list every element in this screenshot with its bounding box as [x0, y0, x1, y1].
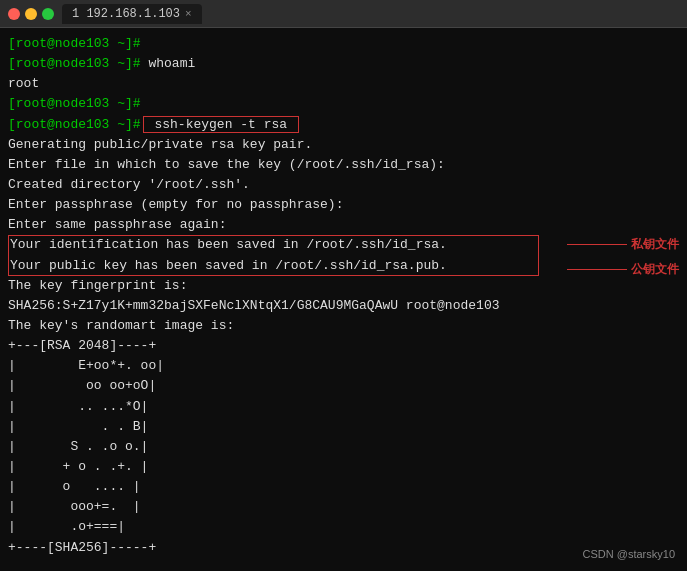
titlebar: 1 192.168.1.103 ×	[0, 0, 687, 28]
output-line: [root@node103 ~]#	[8, 94, 679, 114]
output-line: | ooo+=. |	[8, 497, 679, 517]
output-line: | + o . .+. |	[8, 457, 679, 477]
output-line: Generating public/private rsa key pair.	[8, 135, 679, 155]
maximize-button[interactable]	[42, 8, 54, 20]
tab-close-icon[interactable]: ×	[185, 8, 192, 20]
output-line: +----[SHA256]-----+	[8, 538, 679, 558]
public-key-annotation: 公钥文件	[631, 260, 679, 279]
output-line: [root@node103 ~]#	[8, 34, 679, 54]
output-line: The key's randomart image is:	[8, 316, 679, 336]
output-line: SHA256:S+Z17y1K+mm32bajSXFeNclXNtqX1/G8C…	[8, 296, 679, 316]
command-line-highlighted: [root@node103 ~]# ssh-keygen -t rsa	[8, 115, 679, 135]
final-prompt-line: [root@node103 ~]#	[8, 558, 679, 571]
output-line: root	[8, 74, 679, 94]
output-line: Created directory '/root/.ssh'.	[8, 175, 679, 195]
output-line: | S . .o o.|	[8, 437, 679, 457]
watermark: CSDN @starsky10	[583, 546, 675, 563]
minimize-button[interactable]	[25, 8, 37, 20]
close-button[interactable]	[8, 8, 20, 20]
output-line: | .o+===|	[8, 517, 679, 537]
output-line: +---[RSA 2048]----+	[8, 336, 679, 356]
annotations: 私钥文件 公钥文件	[567, 235, 679, 278]
tab-label: 1 192.168.1.103	[72, 7, 180, 21]
traffic-lights	[8, 8, 54, 20]
terminal-body[interactable]: [root@node103 ~]# [root@node103 ~]# whoa…	[0, 28, 687, 571]
output-line: Enter passphrase (empty for no passphras…	[8, 195, 679, 215]
annotated-section: Your identification has been saved in /r…	[8, 235, 679, 275]
output-line: The key fingerprint is:	[8, 276, 679, 296]
output-line: [root@node103 ~]# whoami	[8, 54, 679, 74]
output-line: | .. ...*O|	[8, 397, 679, 417]
output-line: | oo oo+oO|	[8, 376, 679, 396]
terminal-tab[interactable]: 1 192.168.1.103 ×	[62, 4, 202, 24]
output-line: Enter same passphrase again:	[8, 215, 679, 235]
output-line: Enter file in which to save the key (/ro…	[8, 155, 679, 175]
output-line: | o .... |	[8, 477, 679, 497]
terminal-window: 1 192.168.1.103 × [root@node103 ~]# [roo…	[0, 0, 687, 571]
output-line: | E+oo*+. oo|	[8, 356, 679, 376]
output-line: | . . B|	[8, 417, 679, 437]
private-key-annotation: 私钥文件	[631, 235, 679, 254]
